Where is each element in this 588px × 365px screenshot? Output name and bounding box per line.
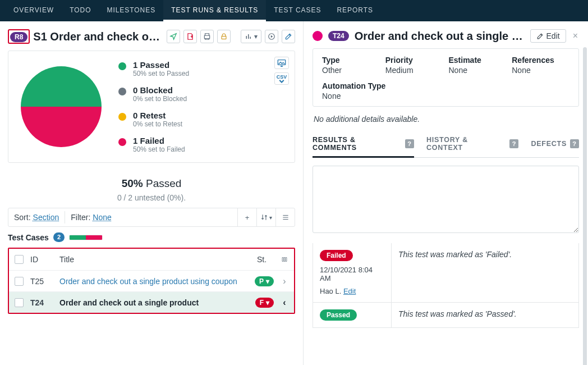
run-badge-highlight: R8 bbox=[8, 29, 30, 44]
help-icon[interactable]: ? bbox=[509, 139, 518, 148]
status-pill-fail[interactable]: F▾ bbox=[255, 298, 274, 308]
sort-options-button[interactable]: ▾ bbox=[256, 208, 275, 226]
legend-title: 1 Failed bbox=[133, 136, 185, 145]
detail-tabs: RESULTS & COMMENTS? HISTORY & CONTEXT? D… bbox=[313, 133, 579, 158]
col-status: St. bbox=[257, 255, 274, 264]
play-icon[interactable] bbox=[265, 30, 278, 43]
edit-label: Edit bbox=[546, 31, 560, 40]
legend-blocked: 0 Blocked0% set to Blocked bbox=[118, 85, 189, 103]
collapse-row-icon[interactable]: ‹ bbox=[281, 298, 288, 308]
legend-sub: 50% set to Failed bbox=[133, 145, 185, 153]
case-badge: T24 bbox=[328, 31, 349, 41]
case-title: Order and check out a single prod… bbox=[355, 30, 525, 43]
row-id: T24 bbox=[30, 298, 53, 307]
detail-panel: T24 Order and check out a single prod… E… bbox=[303, 21, 588, 365]
summary-card: CSV 1 Passed50% set to Passed bbox=[8, 51, 295, 163]
meta-estimate: EstimateNone bbox=[449, 56, 507, 75]
legend-sub: 50% set to Passed bbox=[133, 70, 189, 77]
pct-label: Passed bbox=[146, 177, 181, 189]
result-timestamp: 12/10/2021 8:04 AM bbox=[320, 266, 384, 282]
pct-subtext: 0 / 2 untested (0%). bbox=[8, 193, 295, 202]
nav-tab-overview[interactable]: OVERVIEW bbox=[6, 0, 62, 21]
select-all-checkbox[interactable] bbox=[15, 255, 24, 264]
help-icon[interactable]: ? bbox=[570, 139, 579, 148]
edit-button[interactable]: Edit bbox=[530, 29, 566, 43]
result-edit-link[interactable]: Edit bbox=[343, 287, 356, 295]
run-title: S1 Order and check out a … bbox=[33, 30, 162, 43]
table-row[interactable]: T24 Order and check out a single product… bbox=[9, 291, 294, 313]
row-checkbox[interactable] bbox=[15, 277, 24, 286]
download-image-icon[interactable] bbox=[274, 57, 289, 69]
edit-run-icon[interactable] bbox=[282, 30, 295, 43]
meta-grid: TypeOther PriorityMedium EstimateNone Re… bbox=[313, 48, 579, 107]
legend-retest: 0 Retest0% set to Retest bbox=[118, 111, 189, 128]
sort-label: Sort: bbox=[14, 213, 31, 222]
tab-results[interactable]: RESULTS & COMMENTS? bbox=[313, 133, 414, 158]
expand-row-icon[interactable]: › bbox=[281, 276, 288, 286]
help-icon[interactable]: ? bbox=[405, 139, 414, 148]
dot-blocked-icon bbox=[118, 88, 126, 95]
nav-tab-milestones[interactable]: MILESTONES bbox=[99, 0, 163, 21]
meta-type: TypeOther bbox=[322, 56, 380, 75]
tab-defects[interactable]: DEFECTS? bbox=[531, 133, 579, 158]
row-id: T25 bbox=[30, 277, 53, 286]
status-letter: P bbox=[259, 277, 264, 285]
filter-value-link[interactable]: None bbox=[93, 213, 111, 222]
sort-segment: Sort: Section bbox=[8, 213, 65, 222]
tc-minibar bbox=[69, 235, 103, 240]
export-icon[interactable] bbox=[183, 30, 197, 43]
legend-title: 0 Blocked bbox=[133, 85, 187, 95]
download-csv-icon[interactable]: CSV bbox=[274, 72, 289, 85]
legend-passed: 1 Passed50% set to Passed bbox=[118, 60, 189, 77]
table-row[interactable]: T25 Order and check out a single product… bbox=[9, 270, 294, 291]
filter-bar: Sort: Section Filter: None + ▾ bbox=[8, 208, 295, 227]
test-cases-header: Test Cases 2 bbox=[8, 232, 295, 242]
columns-button[interactable] bbox=[281, 256, 288, 263]
result-row: Failed 12/10/2021 8:04 AM Hao L. Edit Th… bbox=[313, 243, 579, 303]
tc-count-badge: 2 bbox=[53, 232, 65, 242]
meta-references: ReferencesNone bbox=[512, 56, 569, 75]
nav-tab-reports[interactable]: REPORTS bbox=[329, 0, 381, 21]
meta-automation: Automation TypeNone bbox=[322, 81, 443, 101]
summary-percent: 50% Passed 0 / 2 untested (0%). bbox=[8, 177, 295, 202]
legend-failed: 1 Failed50% set to Failed bbox=[118, 136, 189, 153]
detail-header: T24 Order and check out a single prod… E… bbox=[304, 21, 588, 48]
result-badge-failed: Failed bbox=[320, 250, 353, 261]
comment-input[interactable] bbox=[313, 166, 579, 233]
result-message: This test was marked as 'Passed'. bbox=[392, 303, 578, 327]
dot-retest-icon bbox=[118, 113, 126, 121]
legend-title: 0 Retest bbox=[133, 111, 182, 120]
filter-label: Filter: bbox=[71, 213, 90, 222]
legend-title: 1 Passed bbox=[133, 60, 189, 70]
status-dot-icon bbox=[313, 31, 323, 41]
result-row: Passed This test was marked as 'Passed'. bbox=[313, 303, 579, 328]
sort-value-link[interactable]: Section bbox=[33, 213, 59, 222]
result-badge-passed: Passed bbox=[320, 309, 357, 321]
run-header: R8 S1 Order and check out a … bbox=[8, 28, 295, 45]
share-icon[interactable] bbox=[167, 30, 180, 43]
top-nav: OVERVIEW TODO MILESTONES TEST RUNS & RES… bbox=[0, 0, 588, 21]
tc-header-label: Test Cases bbox=[8, 233, 49, 242]
nav-tab-testruns[interactable]: TEST RUNS & RESULTS bbox=[163, 0, 266, 21]
nav-tab-testcases[interactable]: TEST CASES bbox=[266, 0, 329, 21]
result-user-line: Hao L. Edit bbox=[320, 287, 384, 295]
add-button[interactable]: + bbox=[237, 208, 256, 226]
status-legend: 1 Passed50% set to Passed 0 Blocked0% se… bbox=[118, 60, 189, 153]
tab-history[interactable]: HISTORY & CONTEXT? bbox=[426, 133, 518, 158]
row-title-link[interactable]: Order and check out a single product usi… bbox=[59, 277, 248, 286]
close-button[interactable]: × bbox=[572, 31, 579, 41]
scrollbar[interactable] bbox=[583, 47, 587, 365]
print-icon[interactable] bbox=[200, 30, 214, 43]
col-id: ID bbox=[30, 255, 53, 264]
caret-down-icon: ▾ bbox=[266, 299, 269, 307]
status-pill-pass[interactable]: P▾ bbox=[255, 276, 274, 286]
dot-failed-icon bbox=[118, 138, 126, 146]
pct-value: 50% bbox=[122, 177, 143, 189]
lock-icon[interactable] bbox=[217, 30, 231, 43]
nav-tab-todo[interactable]: TODO bbox=[62, 0, 99, 21]
row-checkbox[interactable] bbox=[15, 298, 24, 307]
chart-type-button[interactable]: ▾ bbox=[241, 30, 261, 43]
caret-down-icon: ▾ bbox=[254, 33, 258, 40]
left-panel: R8 S1 Order and check out a … bbox=[0, 21, 303, 365]
display-options-button[interactable] bbox=[275, 208, 295, 226]
